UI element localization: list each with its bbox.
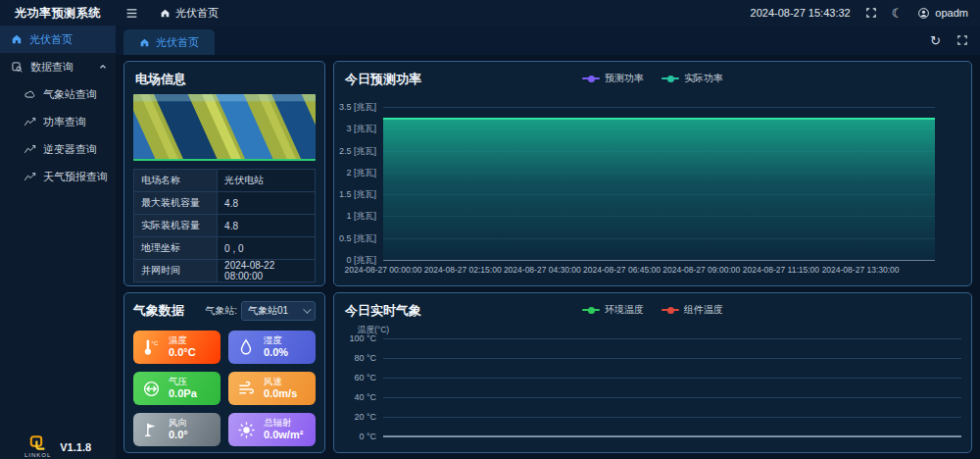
card-pressure: 气压0.0Pa (133, 372, 220, 405)
realtime-weather-panel: 今日实时气象 环境温度 组件温度 温度(°C) 100 °C 80 °C 60 … (333, 292, 972, 453)
logo-text: LINKOL (24, 452, 51, 458)
panel-title: 电场信息 (124, 62, 324, 94)
legend-marker (582, 77, 600, 79)
username: opadm (935, 7, 968, 19)
chart-line-icon (24, 171, 36, 183)
tab-pv-home[interactable]: 光伏首页 (123, 29, 215, 55)
table-row: 地理坐标0 , 0 (134, 237, 316, 260)
card-temperature: °C 温度0.0°C (133, 331, 220, 364)
weather-data-panel: 气象数据 气象站: 气象站01 °C 温度0.0°C (123, 292, 325, 453)
gridline (383, 417, 961, 418)
sidebar-item-inverter-query[interactable]: 逆变器查询 (0, 135, 116, 163)
data-query-icon (11, 61, 24, 74)
realtime-chart-plot: 100 °C 80 °C 60 °C 40 °C 20 °C 0 °C (383, 338, 961, 436)
breadcrumb[interactable]: 光伏首页 (160, 6, 219, 21)
legend-item-module-temp[interactable]: 组件温度 (662, 303, 723, 317)
app-version: V1.1.8 (60, 441, 91, 453)
thermometer-icon: °C (141, 337, 161, 357)
card-radiation: 总辐射0.0w/m² (228, 413, 316, 446)
station-info-table: 电场名称光伏电站 最大装机容量4.8 实际装机容量4.8 地理坐标0 , 0 并… (133, 169, 316, 282)
station-info-panel: 电场信息 (123, 61, 325, 286)
table-row: 电场名称光伏电站 (134, 170, 316, 192)
sidebar-item-power-query[interactable]: 功率查询 (0, 108, 116, 135)
tab-bar: 光伏首页 ↻ (116, 26, 980, 55)
x-tick: 2024-08-27 09:00:00 (662, 265, 740, 275)
y-tick: 1.5 [兆瓦] (339, 188, 376, 201)
power-chart-legend: 预测功率 实际功率 (334, 72, 971, 85)
sidebar-item-home[interactable]: 光伏首页 (0, 26, 116, 53)
home-icon (160, 8, 171, 19)
card-wind-speed: 风速0.0m/s (228, 372, 316, 405)
y-tick: 20 °C (354, 412, 376, 422)
power-forecast-panel: 今日预测功率 预测功率 实际功率 3.5 [兆瓦] 3 [兆瓦] 2.5 [兆瓦… (333, 61, 972, 286)
y-tick: 80 °C (354, 353, 376, 363)
x-tick: 2024-08-27 06:45:00 (583, 265, 661, 275)
legend-item-actual[interactable]: 实际功率 (662, 72, 723, 85)
legend-item-forecast[interactable]: 预测功率 (582, 72, 644, 85)
solar-field-image (133, 94, 316, 161)
table-row: 最大装机容量4.8 (134, 192, 316, 215)
x-tick: 2024-08-27 02:15:00 (424, 265, 502, 275)
chevron-up-icon (98, 62, 108, 72)
table-row: 实际装机容量4.8 (134, 215, 316, 237)
station-select-label: 气象站: (205, 304, 237, 318)
x-tick: 2024-08-27 11:15:00 (743, 265, 819, 275)
y-tick: 40 °C (354, 392, 376, 402)
linkol-logo: LINKOL (24, 435, 51, 458)
card-humidity: 湿度0.0% (228, 331, 316, 364)
actual-power-area (383, 118, 935, 260)
y-tick: 3.5 [兆瓦] (339, 101, 376, 114)
user-menu[interactable]: opadm (917, 7, 968, 20)
power-chart-plot: 3.5 [兆瓦] 3 [兆瓦] 2.5 [兆瓦] 2 [兆瓦] 1.5 [兆瓦]… (383, 107, 935, 260)
x-axis-line (383, 435, 961, 437)
y-tick: 2.5 [兆瓦] (339, 144, 376, 157)
chevron-down-icon (303, 305, 311, 313)
home-icon (139, 37, 150, 48)
fullscreen-icon[interactable] (865, 7, 877, 19)
legend-marker (582, 309, 600, 311)
header-datetime: 2024-08-27 15:43:32 (751, 7, 851, 19)
sidebar-item-data-query[interactable]: 数据查询 (0, 53, 116, 80)
y-tick: 3 [兆瓦] (346, 123, 376, 135)
y-tick: 0 °C (359, 432, 376, 441)
y-tick: 60 °C (354, 373, 376, 382)
top-header: 光功率预测系统 光伏首页 2024-08-27 15:43:32 ☾ opadm (0, 0, 980, 26)
x-tick: 2024-08-27 04:30:00 (504, 265, 581, 275)
gridline (383, 107, 935, 108)
home-icon (11, 33, 23, 45)
svg-text:°C: °C (152, 340, 159, 346)
x-tick: 2024-08-27 00:00:00 (345, 265, 422, 275)
sidebar-footer: LINKOL V1.1.8 (0, 435, 116, 459)
sidebar-item-forecast-query[interactable]: 天气预报查询 (0, 163, 116, 190)
y-tick: 2 [兆瓦] (346, 166, 376, 178)
app-title: 光功率预测系统 (0, 5, 116, 22)
chart-line-icon (24, 143, 36, 156)
sidebar-collapse-icon[interactable] (125, 7, 138, 20)
card-wind-direction: 风向0.0° (133, 413, 220, 446)
legend-marker (662, 309, 679, 311)
weather-station-select[interactable]: 气象站01 (241, 301, 316, 321)
refresh-icon[interactable]: ↻ (930, 34, 941, 47)
legend-item-ambient-temp[interactable]: 环境温度 (582, 303, 644, 317)
x-axis-line (383, 260, 935, 261)
chart-line-icon (24, 116, 36, 128)
sun-icon (236, 421, 256, 439)
cloud-icon (24, 88, 36, 101)
sidebar-item-weather-station-query[interactable]: 气象站查询 (0, 80, 116, 108)
droplet-icon (236, 338, 256, 356)
breadcrumb-label: 光伏首页 (175, 6, 219, 21)
user-avatar-icon (917, 7, 930, 20)
gridline (383, 358, 961, 359)
gridline (383, 378, 961, 379)
weather-cards: °C 温度0.0°C 湿度0.0% 气压0.0Pa (124, 325, 324, 452)
fullscreen-content-icon[interactable] (956, 34, 968, 46)
theme-moon-icon[interactable]: ☾ (892, 7, 904, 20)
realtime-chart-legend: 环境温度 组件温度 (334, 303, 971, 317)
gauge-icon (141, 380, 161, 398)
x-tick: 2024-08-27 13:30:00 (822, 265, 900, 275)
y-tick: 1 [兆瓦] (346, 210, 376, 223)
main-area: 光伏首页 ↻ 电场信息 (116, 26, 980, 459)
dashboard-content: 电场信息 (116, 55, 980, 459)
gridline (383, 397, 961, 398)
legend-marker (662, 77, 679, 79)
